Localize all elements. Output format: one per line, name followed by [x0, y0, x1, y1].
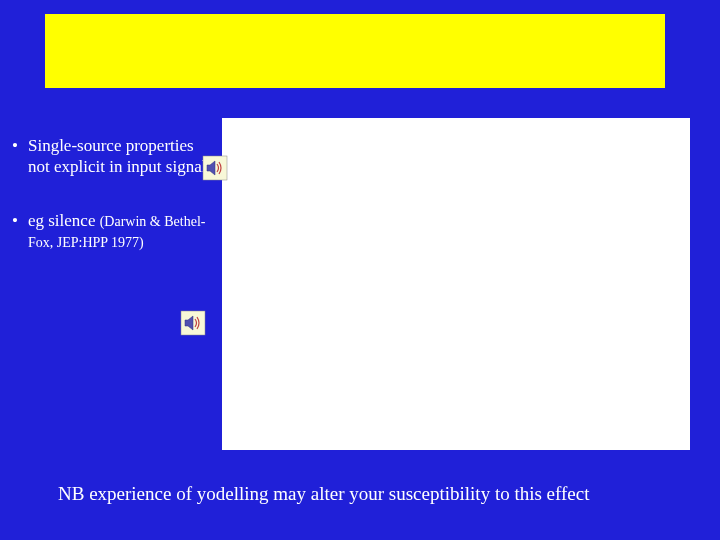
list-item: • Single-source properties not explicit …: [8, 135, 218, 178]
list-item: • eg silence (Darwin & Bethel-Fox, JEP:H…: [8, 210, 218, 253]
chart-placeholder: [222, 118, 690, 450]
bullet-text: eg silence (Darwin & Bethel-Fox, JEP:HPP…: [28, 210, 218, 253]
bullet-list: • Single-source properties not explicit …: [8, 135, 218, 284]
bullet-marker: •: [12, 210, 18, 231]
sound-speaker-icon[interactable]: [202, 155, 228, 181]
bullet-marker: •: [12, 135, 18, 156]
title-banner: [45, 14, 665, 88]
sound-speaker-icon[interactable]: [180, 310, 206, 336]
footnote-text: NB experience of yodelling may alter you…: [58, 483, 590, 505]
bullet-text: Single-source properties not explicit in…: [28, 135, 218, 178]
